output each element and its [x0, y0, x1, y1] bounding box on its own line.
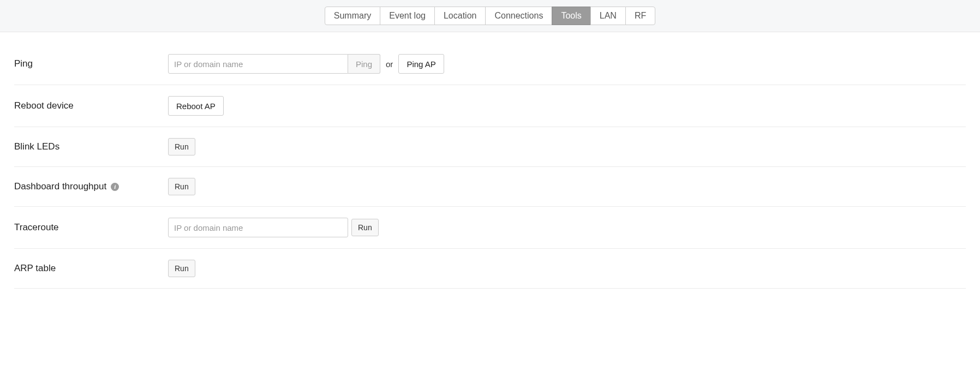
tab-summary[interactable]: Summary — [325, 7, 380, 25]
ping-input[interactable] — [168, 54, 348, 74]
controls-arp: Run — [168, 260, 195, 277]
row-arp: ARP table Run — [14, 249, 966, 289]
tab-event-log[interactable]: Event log — [380, 7, 435, 25]
label-blink: Blink LEDs — [14, 141, 168, 152]
label-throughput: Dashboard throughput i — [14, 181, 168, 192]
tab-group: Summary Event log Location Connections T… — [325, 7, 655, 25]
tab-tools[interactable]: Tools — [552, 7, 590, 25]
controls-blink: Run — [168, 138, 195, 155]
tab-connections[interactable]: Connections — [485, 7, 552, 25]
label-ping: Ping — [14, 58, 168, 69]
traceroute-input[interactable] — [168, 218, 348, 237]
controls-ping: Ping or Ping AP — [168, 54, 444, 74]
traceroute-run-button[interactable]: Run — [351, 219, 379, 236]
controls-reboot: Reboot AP — [168, 96, 224, 116]
label-arp: ARP table — [14, 263, 168, 274]
label-traceroute: Traceroute — [14, 222, 168, 233]
tab-lan[interactable]: LAN — [590, 7, 626, 25]
tab-rf[interactable]: RF — [625, 7, 655, 25]
row-blink: Blink LEDs Run — [14, 127, 966, 167]
ping-or-text: or — [386, 59, 393, 69]
row-traceroute: Traceroute Run — [14, 207, 966, 249]
label-throughput-text: Dashboard throughput — [14, 181, 106, 192]
tools-content: Ping Ping or Ping AP Reboot device Reboo… — [0, 32, 980, 294]
reboot-ap-button[interactable]: Reboot AP — [168, 96, 224, 116]
controls-traceroute: Run — [168, 218, 379, 237]
tab-location[interactable]: Location — [434, 7, 486, 25]
top-bar: Summary Event log Location Connections T… — [0, 0, 980, 32]
throughput-run-button[interactable]: Run — [168, 178, 195, 195]
row-reboot: Reboot device Reboot AP — [14, 85, 966, 127]
arp-run-button[interactable]: Run — [168, 260, 195, 277]
row-ping: Ping Ping or Ping AP — [14, 49, 966, 85]
label-reboot: Reboot device — [14, 100, 168, 111]
blink-run-button[interactable]: Run — [168, 138, 195, 155]
controls-throughput: Run — [168, 178, 195, 195]
info-icon[interactable]: i — [111, 183, 119, 191]
ping-button[interactable]: Ping — [348, 54, 380, 74]
ping-ap-button[interactable]: Ping AP — [398, 54, 444, 74]
row-throughput: Dashboard throughput i Run — [14, 167, 966, 207]
